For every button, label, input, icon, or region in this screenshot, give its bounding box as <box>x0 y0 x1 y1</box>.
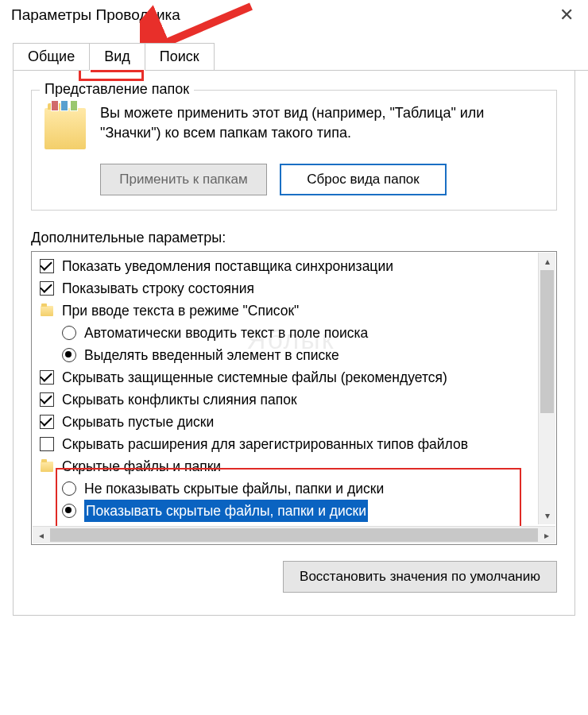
list-item[interactable]: Выделять введенный элемент в списке <box>38 344 537 366</box>
list-item-label: Скрывать конфликты слияния папок <box>62 388 297 411</box>
list-item-label: Выделять введенный элемент в списке <box>84 344 339 366</box>
advanced-settings-label: Дополнительные параметры: <box>31 230 557 246</box>
list-item-label: Скрывать пустые диски <box>62 411 214 433</box>
close-icon[interactable]: ✕ <box>556 5 577 25</box>
folder-icon <box>38 302 56 319</box>
list-item-label: Автоматически вводить текст в поле поиск… <box>84 322 368 344</box>
folder-icon <box>38 458 56 475</box>
tab-view-label: Вид <box>104 48 130 64</box>
tab-row: Общие Вид Поиск <box>13 43 588 71</box>
tab-search[interactable]: Поиск <box>145 43 215 71</box>
tab-content: Представление папок Вы можете применить … <box>13 71 575 616</box>
group-description: Вы можете применить этот вид (например, … <box>100 103 544 149</box>
list-item-label: Показывать строку состояния <box>62 277 254 300</box>
list-item[interactable]: Скрытые файлы и папки <box>38 455 537 477</box>
horizontal-scroll-thumb[interactable] <box>50 528 538 542</box>
folder-icon <box>44 108 86 149</box>
radio-icon[interactable] <box>60 324 78 342</box>
horizontal-scrollbar[interactable]: ◂ ▸ <box>33 526 555 543</box>
checkbox-icon[interactable] <box>38 280 56 297</box>
annotation-underline <box>91 70 144 72</box>
vertical-scroll-thumb[interactable] <box>540 270 554 413</box>
scroll-right-icon[interactable]: ▸ <box>538 527 555 544</box>
list-item-label: Показывать скрытые файлы, папки и диски <box>84 500 368 522</box>
vertical-scrollbar[interactable]: ▴ ▾ <box>538 253 555 524</box>
checkbox-icon[interactable] <box>38 369 56 386</box>
list-item[interactable]: При вводе текста в режиме "Список" <box>38 300 537 322</box>
restore-defaults-button[interactable]: Восстановить значения по умолчанию <box>283 561 557 593</box>
scroll-up-icon[interactable]: ▴ <box>539 253 555 270</box>
list-item-label: При вводе текста в режиме "Список" <box>62 300 299 322</box>
list-item[interactable]: Автоматически вводить текст в поле поиск… <box>38 322 537 344</box>
list-item[interactable]: Скрывать расширения для зарегистрированн… <box>38 433 537 455</box>
list-item[interactable]: Не показывать скрытые файлы, папки и дис… <box>38 477 537 500</box>
list-item-label: Скрытые файлы и папки <box>62 455 221 477</box>
list-item[interactable]: Скрывать защищенные системные файлы (рек… <box>38 366 537 388</box>
list-item[interactable]: Показать уведомления поставщика синхрони… <box>38 255 537 277</box>
checkbox-icon[interactable] <box>38 391 56 408</box>
scroll-down-icon[interactable]: ▾ <box>539 507 555 524</box>
radio-icon[interactable] <box>60 502 78 520</box>
apply-to-folders-button[interactable]: Применить к папкам <box>100 164 267 195</box>
window-title: Параметры Проводника <box>11 6 180 24</box>
tab-general[interactable]: Общие <box>13 43 90 71</box>
radio-icon[interactable] <box>60 480 78 497</box>
radio-icon[interactable] <box>60 346 78 364</box>
tab-view[interactable]: Вид <box>89 43 145 71</box>
advanced-settings-list: Показать уведомления поставщика синхрони… <box>31 251 557 545</box>
group-folder-views: Представление папок Вы можете применить … <box>31 90 557 211</box>
list-item[interactable]: Показывать строку состояния <box>38 277 537 300</box>
reset-button-label: Сброс вида папок <box>307 172 420 187</box>
list-item-label: Скрывать защищенные системные файлы (рек… <box>62 366 447 388</box>
list-item[interactable]: Скрывать конфликты слияния папок <box>38 388 537 411</box>
apply-button-label: Применить к папкам <box>119 172 248 187</box>
list-item-label: Скрывать расширения для зарегистрированн… <box>62 433 468 455</box>
list-item[interactable]: Скрывать пустые диски <box>38 411 537 433</box>
checkbox-icon[interactable] <box>38 257 56 275</box>
reset-folders-button[interactable]: Сброс вида папок <box>280 164 447 195</box>
group-legend: Представление папок <box>40 81 194 98</box>
list-item[interactable]: Показывать скрытые файлы, папки и диски <box>38 500 537 522</box>
list-item-label: Показать уведомления поставщика синхрони… <box>62 255 393 277</box>
checkbox-icon[interactable] <box>38 435 56 453</box>
list-item-label: Не показывать скрытые файлы, папки и дис… <box>84 477 384 500</box>
checkbox-icon[interactable] <box>38 413 56 431</box>
scroll-left-icon[interactable]: ◂ <box>33 527 50 544</box>
